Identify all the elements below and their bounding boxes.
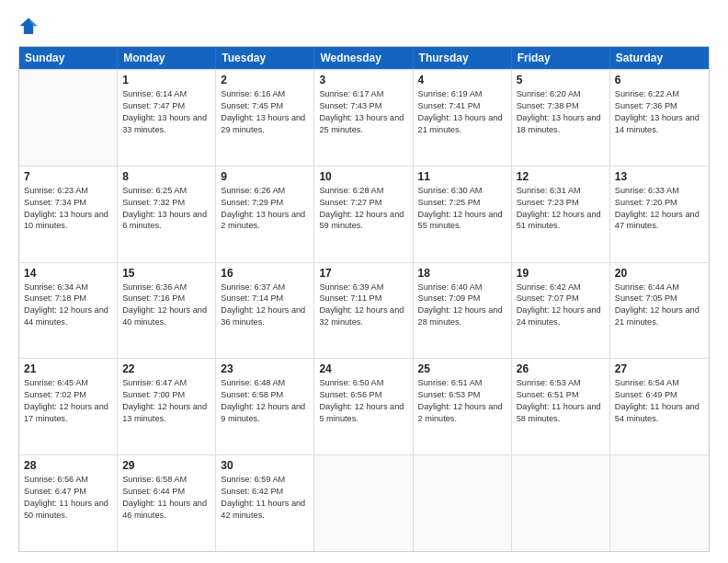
calendar-cell: 11Sunrise: 6:30 AMSunset: 7:25 PMDayligh… bbox=[414, 167, 512, 262]
weekday-header: Thursday bbox=[414, 47, 512, 69]
weekday-header: Wednesday bbox=[314, 47, 413, 69]
sunrise-text: Sunrise: 6:42 AM bbox=[517, 282, 605, 293]
daylight-text: Daylight: 12 hours and 51 minutes. bbox=[517, 209, 605, 233]
calendar-cell: 1Sunrise: 6:14 AMSunset: 7:47 PMDaylight… bbox=[118, 70, 216, 166]
calendar-cell: 18Sunrise: 6:40 AMSunset: 7:09 PMDayligh… bbox=[414, 263, 512, 359]
day-number: 3 bbox=[319, 74, 407, 86]
sunrise-text: Sunrise: 6:17 AM bbox=[319, 88, 407, 100]
logo-icon bbox=[18, 17, 39, 37]
daylight-text: Daylight: 12 hours and 36 minutes. bbox=[221, 304, 309, 328]
day-number: 16 bbox=[221, 267, 309, 280]
day-number: 8 bbox=[122, 170, 210, 183]
day-number: 14 bbox=[24, 267, 112, 280]
calendar-cell: 4Sunrise: 6:19 AMSunset: 7:41 PMDaylight… bbox=[414, 70, 512, 166]
sunset-text: Sunset: 6:56 PM bbox=[319, 389, 407, 401]
sunset-text: Sunset: 7:02 PM bbox=[24, 389, 112, 401]
day-number: 4 bbox=[418, 74, 506, 86]
day-number: 27 bbox=[615, 362, 704, 375]
day-number: 17 bbox=[319, 267, 407, 280]
daylight-text: Daylight: 12 hours and 5 minutes. bbox=[319, 401, 407, 425]
daylight-text: Daylight: 13 hours and 10 minutes. bbox=[24, 209, 112, 233]
calendar-row: 21Sunrise: 6:45 AMSunset: 7:02 PMDayligh… bbox=[19, 358, 709, 454]
weekday-header: Tuesday bbox=[216, 47, 314, 69]
sunrise-text: Sunrise: 6:56 AM bbox=[24, 474, 112, 486]
sunset-text: Sunset: 7:25 PM bbox=[418, 197, 506, 209]
daylight-text: Daylight: 11 hours and 50 minutes. bbox=[24, 498, 112, 522]
sunset-text: Sunset: 7:43 PM bbox=[319, 100, 407, 112]
sunrise-text: Sunrise: 6:22 AM bbox=[615, 88, 704, 100]
weekday-header: Sunday bbox=[19, 47, 118, 69]
sunset-text: Sunset: 7:11 PM bbox=[319, 293, 407, 304]
day-number: 29 bbox=[122, 459, 210, 472]
sunrise-text: Sunrise: 6:58 AM bbox=[122, 474, 210, 486]
calendar-cell: 20Sunrise: 6:44 AMSunset: 7:05 PMDayligh… bbox=[610, 263, 709, 359]
sunrise-text: Sunrise: 6:54 AM bbox=[615, 377, 704, 389]
sunrise-text: Sunrise: 6:37 AM bbox=[221, 282, 309, 293]
calendar-cell bbox=[19, 70, 118, 166]
calendar-row: 28Sunrise: 6:56 AMSunset: 6:47 PMDayligh… bbox=[19, 454, 709, 551]
sunset-text: Sunset: 6:53 PM bbox=[418, 389, 506, 401]
sunset-text: Sunset: 7:20 PM bbox=[615, 197, 704, 209]
calendar-cell: 22Sunrise: 6:47 AMSunset: 7:00 PMDayligh… bbox=[118, 359, 216, 454]
sunrise-text: Sunrise: 6:53 AM bbox=[517, 377, 605, 389]
calendar-cell: 27Sunrise: 6:54 AMSunset: 6:49 PMDayligh… bbox=[610, 359, 709, 454]
calendar-cell bbox=[512, 455, 610, 551]
calendar-cell: 28Sunrise: 6:56 AMSunset: 6:47 PMDayligh… bbox=[19, 455, 118, 551]
sunrise-text: Sunrise: 6:28 AM bbox=[319, 185, 407, 197]
weekday-header: Monday bbox=[118, 47, 216, 69]
calendar-cell: 2Sunrise: 6:16 AMSunset: 7:45 PMDaylight… bbox=[216, 70, 314, 166]
daylight-text: Daylight: 12 hours and 17 minutes. bbox=[24, 401, 112, 425]
daylight-text: Daylight: 11 hours and 58 minutes. bbox=[517, 401, 605, 425]
sunset-text: Sunset: 7:18 PM bbox=[24, 293, 112, 304]
calendar-header: SundayMondayTuesdayWednesdayThursdayFrid… bbox=[19, 47, 709, 69]
daylight-text: Daylight: 12 hours and 24 minutes. bbox=[517, 304, 605, 328]
sunset-text: Sunset: 7:47 PM bbox=[122, 100, 210, 112]
sunrise-text: Sunrise: 6:16 AM bbox=[221, 88, 309, 100]
sunrise-text: Sunrise: 6:45 AM bbox=[24, 377, 112, 389]
sunset-text: Sunset: 7:29 PM bbox=[221, 197, 309, 209]
daylight-text: Daylight: 11 hours and 42 minutes. bbox=[221, 498, 309, 522]
day-number: 19 bbox=[517, 267, 605, 280]
calendar-cell bbox=[314, 455, 413, 551]
calendar-cell: 21Sunrise: 6:45 AMSunset: 7:02 PMDayligh… bbox=[19, 359, 118, 454]
sunset-text: Sunset: 7:41 PM bbox=[418, 100, 506, 112]
sunset-text: Sunset: 7:38 PM bbox=[517, 100, 605, 112]
daylight-text: Daylight: 12 hours and 59 minutes. bbox=[319, 209, 407, 233]
daylight-text: Daylight: 12 hours and 44 minutes. bbox=[24, 304, 112, 328]
day-number: 15 bbox=[122, 267, 210, 280]
sunset-text: Sunset: 6:44 PM bbox=[122, 486, 210, 498]
daylight-text: Daylight: 12 hours and 55 minutes. bbox=[418, 209, 506, 233]
sunset-text: Sunset: 7:36 PM bbox=[615, 100, 704, 112]
sunset-text: Sunset: 7:14 PM bbox=[221, 293, 309, 304]
calendar-cell: 12Sunrise: 6:31 AMSunset: 7:23 PMDayligh… bbox=[512, 167, 610, 262]
sunrise-text: Sunrise: 6:36 AM bbox=[122, 282, 210, 293]
calendar-row: 14Sunrise: 6:34 AMSunset: 7:18 PMDayligh… bbox=[19, 262, 709, 359]
day-number: 18 bbox=[418, 267, 506, 280]
sunrise-text: Sunrise: 6:19 AM bbox=[418, 88, 506, 100]
daylight-text: Daylight: 12 hours and 2 minutes. bbox=[418, 401, 506, 425]
calendar-row: 1Sunrise: 6:14 AMSunset: 7:47 PMDaylight… bbox=[19, 69, 709, 166]
calendar: SundayMondayTuesdayWednesdayThursdayFrid… bbox=[18, 46, 710, 552]
daylight-text: Daylight: 13 hours and 14 minutes. bbox=[615, 112, 704, 136]
day-number: 23 bbox=[221, 362, 309, 375]
sunrise-text: Sunrise: 6:44 AM bbox=[615, 282, 704, 293]
calendar-cell: 25Sunrise: 6:51 AMSunset: 6:53 PMDayligh… bbox=[414, 359, 512, 454]
weekday-header: Saturday bbox=[610, 47, 709, 69]
calendar-cell: 16Sunrise: 6:37 AMSunset: 7:14 PMDayligh… bbox=[216, 263, 314, 359]
daylight-text: Daylight: 13 hours and 25 minutes. bbox=[319, 112, 407, 136]
sunrise-text: Sunrise: 6:48 AM bbox=[221, 377, 309, 389]
sunrise-text: Sunrise: 6:33 AM bbox=[615, 185, 704, 197]
sunset-text: Sunset: 6:47 PM bbox=[24, 486, 112, 498]
calendar-cell bbox=[414, 455, 512, 551]
day-number: 12 bbox=[517, 170, 605, 183]
calendar-cell: 13Sunrise: 6:33 AMSunset: 7:20 PMDayligh… bbox=[610, 167, 709, 262]
day-number: 6 bbox=[615, 74, 704, 86]
sunrise-text: Sunrise: 6:34 AM bbox=[24, 282, 112, 293]
daylight-text: Daylight: 11 hours and 46 minutes. bbox=[122, 498, 210, 522]
calendar-cell: 6Sunrise: 6:22 AMSunset: 7:36 PMDaylight… bbox=[610, 70, 709, 166]
sunrise-text: Sunrise: 6:14 AM bbox=[122, 88, 210, 100]
daylight-text: Daylight: 12 hours and 47 minutes. bbox=[615, 209, 704, 233]
calendar-cell: 24Sunrise: 6:50 AMSunset: 6:56 PMDayligh… bbox=[314, 359, 413, 454]
daylight-text: Daylight: 13 hours and 29 minutes. bbox=[221, 112, 309, 136]
calendar-cell: 23Sunrise: 6:48 AMSunset: 6:58 PMDayligh… bbox=[216, 359, 314, 454]
